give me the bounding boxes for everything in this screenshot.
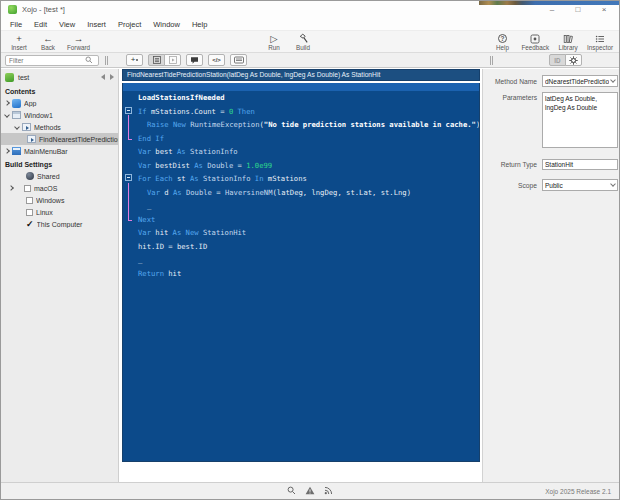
chevron-down-icon[interactable]: [14, 124, 20, 130]
menu-help[interactable]: Help: [186, 20, 213, 29]
code-line: For Each st As StationInfo In mStations: [123, 172, 479, 186]
build-item-linux[interactable]: Linux: [1, 206, 118, 218]
insert-button[interactable]: + Insert: [9, 33, 29, 51]
project-name: test: [18, 74, 101, 81]
contents-header: Contents: [1, 84, 118, 97]
warnings-icon[interactable]: [305, 486, 315, 496]
nav-back-icon[interactable]: [101, 74, 105, 80]
navigator-splitter-grip[interactable]: [105, 56, 108, 65]
menubar-icon: [12, 147, 21, 155]
menu-window[interactable]: Window: [147, 20, 186, 29]
macos-checkbox[interactable]: [24, 185, 31, 192]
inspector-panel: Method Name dNearestTidePredictionStatio…: [482, 69, 619, 482]
build-item-windows[interactable]: Windows: [1, 194, 118, 206]
comments-button[interactable]: [186, 54, 203, 66]
code-editor[interactable]: LoadStationsIfNeededIf mStations.Count =…: [122, 83, 480, 462]
minimize-button[interactable]: –: [539, 3, 565, 17]
code-line: Var best As StationInfo: [123, 145, 479, 159]
menu-insert[interactable]: Insert: [81, 20, 112, 29]
code-line: LoadStationsIfNeeded: [123, 91, 479, 105]
code-view-button[interactable]: [148, 54, 165, 66]
method-name-label: Method Name: [483, 78, 537, 85]
chevron-down-icon[interactable]: [4, 112, 10, 118]
run-play-icon: ▷: [270, 33, 277, 44]
help-button[interactable]: ? Help: [492, 33, 512, 51]
search-icon[interactable]: [287, 486, 296, 496]
collapse-box-icon[interactable]: [125, 174, 132, 181]
menu-edit[interactable]: Edit: [28, 20, 53, 29]
feed-icon[interactable]: [324, 486, 333, 496]
layout-view-button[interactable]: [164, 54, 181, 66]
return-type-input[interactable]: [542, 159, 618, 170]
forward-button[interactable]: → Forward: [67, 33, 90, 51]
build-item-shared[interactable]: Shared: [1, 170, 118, 182]
menu-project[interactable]: Project: [112, 20, 147, 29]
code-line: _: [123, 253, 479, 267]
code-gutter: [123, 213, 136, 227]
project-icon: [5, 73, 14, 82]
chevron-right-icon[interactable]: [4, 100, 10, 106]
project-row[interactable]: test: [1, 70, 118, 84]
view-mode-segment: [148, 54, 181, 66]
run-button[interactable]: ▷ Run: [264, 33, 284, 51]
scope-select[interactable]: Public: [542, 179, 618, 191]
feedback-icon: [530, 33, 540, 44]
code-line: Return hit: [123, 267, 479, 281]
parameters-textarea[interactable]: latDeg As Double, lngDeg As Double: [542, 92, 618, 148]
id-panel-button[interactable]: ID: [549, 54, 566, 66]
back-button[interactable]: ← Back: [38, 33, 58, 51]
code-line: If mStations.Count = 0 Then: [123, 105, 479, 119]
tree-item-app[interactable]: App: [1, 97, 118, 109]
editor-toolbar: + </>: [126, 54, 247, 66]
code-gutter: [123, 91, 136, 105]
linux-checkbox[interactable]: [26, 209, 33, 216]
toolbar-right-group: ? Help Feedback Library Inspector: [492, 33, 613, 51]
tree-item-mainmenubar[interactable]: MainMenuBar: [1, 145, 118, 157]
keyboard-icon: [234, 56, 244, 64]
add-item-button[interactable]: +: [126, 54, 143, 66]
methods-folder-icon: [22, 123, 31, 131]
inspector-splitter-grip[interactable]: [490, 56, 493, 65]
keyboard-shortcuts-button[interactable]: [230, 54, 247, 66]
code-gutter: [123, 253, 136, 267]
return-type-label: Return Type: [483, 161, 537, 168]
properties-panel-button[interactable]: [565, 54, 582, 66]
gear-icon: [569, 56, 578, 65]
library-button[interactable]: Library: [558, 33, 578, 51]
tree-item-window1[interactable]: Window1: [1, 109, 118, 121]
code-gutter: [123, 267, 136, 281]
filter-input[interactable]: [9, 57, 85, 64]
build-item-macos[interactable]: macOS: [1, 182, 118, 194]
xojo-app-icon: [8, 5, 17, 14]
build-item-this-computer[interactable]: ✓ This Computer: [1, 218, 118, 230]
build-button[interactable]: Build: [293, 33, 313, 51]
code-line: _: [123, 199, 479, 213]
windows-checkbox[interactable]: [26, 197, 33, 204]
feedback-button[interactable]: Feedback: [521, 33, 549, 51]
code-snippet-button[interactable]: </>: [208, 54, 225, 66]
menu-file[interactable]: File: [4, 20, 28, 29]
nav-forward-icon[interactable]: [110, 74, 114, 80]
chevron-right-icon[interactable]: [4, 148, 10, 154]
list-view-icon: [153, 56, 161, 64]
menu-view[interactable]: View: [53, 20, 81, 29]
code-gutter: [123, 159, 136, 173]
chevron-down-icon: [610, 181, 616, 187]
collapse-box-icon[interactable]: [125, 107, 132, 114]
menu-bar: File Edit View Insert Project Window Hel…: [1, 18, 619, 31]
method-name-combobox[interactable]: dNearestTidePredictionStation: [542, 75, 618, 87]
play-box-icon: [169, 56, 177, 64]
inspector-mode-segment: ID: [549, 54, 582, 66]
fold-marker[interactable]: [123, 172, 136, 186]
toolbar-center-group: ▷ Run Build: [264, 33, 313, 51]
inspector-button[interactable]: Inspector: [587, 33, 613, 51]
method-icon: [27, 135, 36, 143]
chevron-right-icon[interactable]: [8, 185, 14, 191]
close-button[interactable]: ×: [591, 3, 617, 17]
toolbar-left-group: + Insert ← Back → Forward: [9, 33, 90, 51]
tree-item-methods[interactable]: Methods: [1, 121, 118, 133]
maximize-button[interactable]: □: [565, 3, 591, 17]
filter-box: [5, 55, 99, 66]
tree-item-findnearest-method[interactable]: FindNearestTidePredictionStatio...: [1, 133, 118, 145]
fold-marker[interactable]: [123, 105, 136, 119]
